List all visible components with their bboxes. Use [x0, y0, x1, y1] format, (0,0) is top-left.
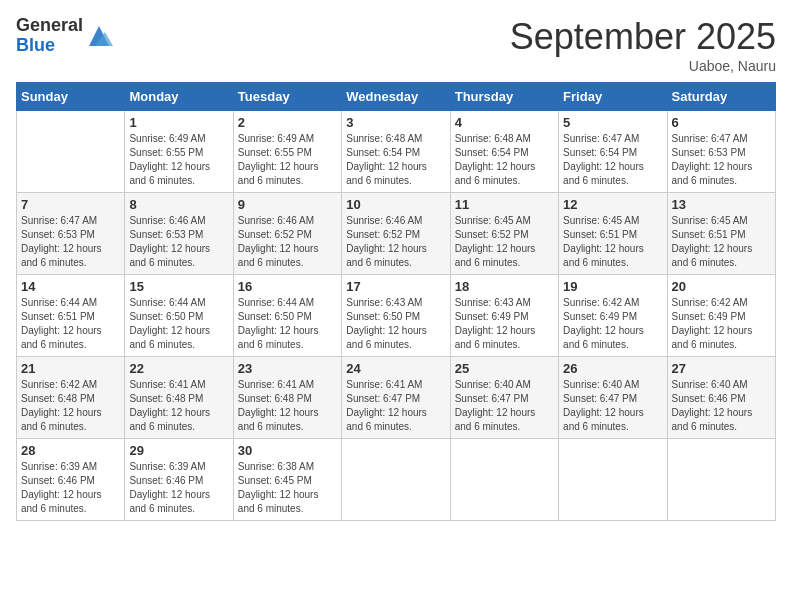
- calendar-cell: 19Sunrise: 6:42 AM Sunset: 6:49 PM Dayli…: [559, 275, 667, 357]
- cell-info: Sunrise: 6:40 AM Sunset: 6:47 PM Dayligh…: [455, 378, 554, 434]
- header-day-tuesday: Tuesday: [233, 83, 341, 111]
- day-number: 25: [455, 361, 554, 376]
- calendar-cell: 4Sunrise: 6:48 AM Sunset: 6:54 PM Daylig…: [450, 111, 558, 193]
- calendar-cell: 17Sunrise: 6:43 AM Sunset: 6:50 PM Dayli…: [342, 275, 450, 357]
- day-number: 19: [563, 279, 662, 294]
- cell-info: Sunrise: 6:42 AM Sunset: 6:49 PM Dayligh…: [672, 296, 771, 352]
- cell-info: Sunrise: 6:43 AM Sunset: 6:50 PM Dayligh…: [346, 296, 445, 352]
- day-number: 2: [238, 115, 337, 130]
- calendar-cell: 8Sunrise: 6:46 AM Sunset: 6:53 PM Daylig…: [125, 193, 233, 275]
- cell-info: Sunrise: 6:45 AM Sunset: 6:51 PM Dayligh…: [563, 214, 662, 270]
- header-day-saturday: Saturday: [667, 83, 775, 111]
- calendar-cell: [450, 439, 558, 521]
- week-row-1: 7Sunrise: 6:47 AM Sunset: 6:53 PM Daylig…: [17, 193, 776, 275]
- calendar-cell: 5Sunrise: 6:47 AM Sunset: 6:54 PM Daylig…: [559, 111, 667, 193]
- cell-info: Sunrise: 6:49 AM Sunset: 6:55 PM Dayligh…: [238, 132, 337, 188]
- cell-info: Sunrise: 6:47 AM Sunset: 6:54 PM Dayligh…: [563, 132, 662, 188]
- calendar-cell: 27Sunrise: 6:40 AM Sunset: 6:46 PM Dayli…: [667, 357, 775, 439]
- day-number: 4: [455, 115, 554, 130]
- calendar-cell: 18Sunrise: 6:43 AM Sunset: 6:49 PM Dayli…: [450, 275, 558, 357]
- logo-blue-text: Blue: [16, 36, 83, 56]
- calendar-cell: 3Sunrise: 6:48 AM Sunset: 6:54 PM Daylig…: [342, 111, 450, 193]
- calendar-cell: 13Sunrise: 6:45 AM Sunset: 6:51 PM Dayli…: [667, 193, 775, 275]
- cell-info: Sunrise: 6:46 AM Sunset: 6:52 PM Dayligh…: [346, 214, 445, 270]
- day-number: 20: [672, 279, 771, 294]
- day-number: 21: [21, 361, 120, 376]
- day-number: 24: [346, 361, 445, 376]
- cell-info: Sunrise: 6:48 AM Sunset: 6:54 PM Dayligh…: [346, 132, 445, 188]
- calendar-cell: 16Sunrise: 6:44 AM Sunset: 6:50 PM Dayli…: [233, 275, 341, 357]
- calendar-cell: 1Sunrise: 6:49 AM Sunset: 6:55 PM Daylig…: [125, 111, 233, 193]
- page-header: General Blue September 2025 Uaboe, Nauru: [16, 16, 776, 74]
- calendar-cell: 11Sunrise: 6:45 AM Sunset: 6:52 PM Dayli…: [450, 193, 558, 275]
- calendar-cell: 6Sunrise: 6:47 AM Sunset: 6:53 PM Daylig…: [667, 111, 775, 193]
- cell-info: Sunrise: 6:48 AM Sunset: 6:54 PM Dayligh…: [455, 132, 554, 188]
- calendar-cell: 21Sunrise: 6:42 AM Sunset: 6:48 PM Dayli…: [17, 357, 125, 439]
- day-number: 18: [455, 279, 554, 294]
- cell-info: Sunrise: 6:41 AM Sunset: 6:48 PM Dayligh…: [238, 378, 337, 434]
- header-day-sunday: Sunday: [17, 83, 125, 111]
- header-day-wednesday: Wednesday: [342, 83, 450, 111]
- calendar-cell: 7Sunrise: 6:47 AM Sunset: 6:53 PM Daylig…: [17, 193, 125, 275]
- day-number: 14: [21, 279, 120, 294]
- cell-info: Sunrise: 6:44 AM Sunset: 6:50 PM Dayligh…: [238, 296, 337, 352]
- calendar-cell: 28Sunrise: 6:39 AM Sunset: 6:46 PM Dayli…: [17, 439, 125, 521]
- calendar-cell: 9Sunrise: 6:46 AM Sunset: 6:52 PM Daylig…: [233, 193, 341, 275]
- day-number: 12: [563, 197, 662, 212]
- title-block: September 2025 Uaboe, Nauru: [510, 16, 776, 74]
- day-number: 17: [346, 279, 445, 294]
- header-day-thursday: Thursday: [450, 83, 558, 111]
- cell-info: Sunrise: 6:42 AM Sunset: 6:48 PM Dayligh…: [21, 378, 120, 434]
- calendar-cell: 15Sunrise: 6:44 AM Sunset: 6:50 PM Dayli…: [125, 275, 233, 357]
- week-row-3: 21Sunrise: 6:42 AM Sunset: 6:48 PM Dayli…: [17, 357, 776, 439]
- calendar-cell: 25Sunrise: 6:40 AM Sunset: 6:47 PM Dayli…: [450, 357, 558, 439]
- day-number: 26: [563, 361, 662, 376]
- calendar-cell: 26Sunrise: 6:40 AM Sunset: 6:47 PM Dayli…: [559, 357, 667, 439]
- calendar-cell: 20Sunrise: 6:42 AM Sunset: 6:49 PM Dayli…: [667, 275, 775, 357]
- cell-info: Sunrise: 6:42 AM Sunset: 6:49 PM Dayligh…: [563, 296, 662, 352]
- cell-info: Sunrise: 6:39 AM Sunset: 6:46 PM Dayligh…: [21, 460, 120, 516]
- cell-info: Sunrise: 6:45 AM Sunset: 6:51 PM Dayligh…: [672, 214, 771, 270]
- day-number: 16: [238, 279, 337, 294]
- cell-info: Sunrise: 6:41 AM Sunset: 6:47 PM Dayligh…: [346, 378, 445, 434]
- cell-info: Sunrise: 6:49 AM Sunset: 6:55 PM Dayligh…: [129, 132, 228, 188]
- day-number: 15: [129, 279, 228, 294]
- day-number: 11: [455, 197, 554, 212]
- day-number: 9: [238, 197, 337, 212]
- cell-info: Sunrise: 6:38 AM Sunset: 6:45 PM Dayligh…: [238, 460, 337, 516]
- calendar-cell: 14Sunrise: 6:44 AM Sunset: 6:51 PM Dayli…: [17, 275, 125, 357]
- day-number: 13: [672, 197, 771, 212]
- calendar-cell: 30Sunrise: 6:38 AM Sunset: 6:45 PM Dayli…: [233, 439, 341, 521]
- calendar-cell: [667, 439, 775, 521]
- day-number: 27: [672, 361, 771, 376]
- header-day-friday: Friday: [559, 83, 667, 111]
- day-number: 30: [238, 443, 337, 458]
- day-number: 6: [672, 115, 771, 130]
- day-number: 1: [129, 115, 228, 130]
- calendar-table: SundayMondayTuesdayWednesdayThursdayFrid…: [16, 82, 776, 521]
- calendar-cell: [559, 439, 667, 521]
- day-number: 3: [346, 115, 445, 130]
- calendar-cell: 12Sunrise: 6:45 AM Sunset: 6:51 PM Dayli…: [559, 193, 667, 275]
- day-number: 23: [238, 361, 337, 376]
- cell-info: Sunrise: 6:47 AM Sunset: 6:53 PM Dayligh…: [672, 132, 771, 188]
- header-row: SundayMondayTuesdayWednesdayThursdayFrid…: [17, 83, 776, 111]
- cell-info: Sunrise: 6:43 AM Sunset: 6:49 PM Dayligh…: [455, 296, 554, 352]
- calendar-cell: 24Sunrise: 6:41 AM Sunset: 6:47 PM Dayli…: [342, 357, 450, 439]
- calendar-cell: [17, 111, 125, 193]
- week-row-0: 1Sunrise: 6:49 AM Sunset: 6:55 PM Daylig…: [17, 111, 776, 193]
- day-number: 10: [346, 197, 445, 212]
- day-number: 29: [129, 443, 228, 458]
- calendar-cell: 23Sunrise: 6:41 AM Sunset: 6:48 PM Dayli…: [233, 357, 341, 439]
- week-row-2: 14Sunrise: 6:44 AM Sunset: 6:51 PM Dayli…: [17, 275, 776, 357]
- day-number: 5: [563, 115, 662, 130]
- cell-info: Sunrise: 6:44 AM Sunset: 6:51 PM Dayligh…: [21, 296, 120, 352]
- calendar-cell: 22Sunrise: 6:41 AM Sunset: 6:48 PM Dayli…: [125, 357, 233, 439]
- location: Uaboe, Nauru: [510, 58, 776, 74]
- header-day-monday: Monday: [125, 83, 233, 111]
- logo: General Blue: [16, 16, 113, 56]
- week-row-4: 28Sunrise: 6:39 AM Sunset: 6:46 PM Dayli…: [17, 439, 776, 521]
- calendar-cell: 10Sunrise: 6:46 AM Sunset: 6:52 PM Dayli…: [342, 193, 450, 275]
- calendar-cell: [342, 439, 450, 521]
- cell-info: Sunrise: 6:41 AM Sunset: 6:48 PM Dayligh…: [129, 378, 228, 434]
